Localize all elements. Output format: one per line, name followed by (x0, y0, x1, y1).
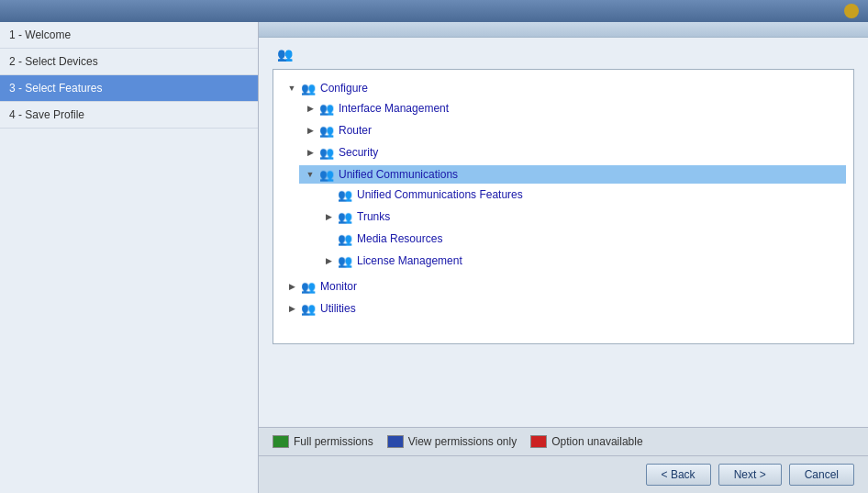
tree-icon-security: 👥 (319, 146, 336, 159)
legend-bar: Full permissionsView permissions onlyOpt… (259, 427, 868, 455)
tree-label-router: Router (339, 124, 372, 137)
tree-toggle-media-resources[interactable] (321, 231, 336, 246)
tree-toggle-router[interactable]: ▶ (303, 123, 317, 138)
tree-icon-router: 👥 (319, 124, 336, 137)
tree-node-configure: ▼👥Configure▶👥Interface Management▶👥Route… (281, 77, 846, 275)
tree-row-uc-features[interactable]: 👥Unified Communications Features (317, 185, 846, 204)
permission-icon: 👥 (277, 47, 293, 62)
tree-icon-configure: 👥 (301, 82, 317, 95)
tree-row-monitor[interactable]: ▶👥Monitor (281, 277, 846, 296)
tree-node-interface-management: ▶👥Interface Management (299, 97, 846, 119)
tree-icon-trunks: 👥 (338, 210, 354, 223)
tree-toggle-monitor[interactable]: ▶ (284, 279, 299, 294)
tree-row-security[interactable]: ▶👥Security (299, 143, 846, 162)
legend-label-blue: View permissions only (408, 435, 517, 448)
tree-row-trunks[interactable]: ▶👥Trunks (317, 207, 846, 226)
sidebar: 1 - Welcome2 - Select Devices3 - Select … (0, 22, 259, 493)
back-button[interactable]: < Back (646, 464, 711, 486)
tree-node-utilities: ▶👥Utilities (281, 297, 846, 319)
tree-icon-media-resources: 👥 (338, 232, 354, 245)
title-bar (0, 0, 868, 22)
content-body: 👥 ▼👥Configure▶👥Interface Management▶👥Rou… (259, 38, 868, 427)
tree-label-security: Security (339, 146, 378, 159)
tree-container[interactable]: ▼👥Configure▶👥Interface Management▶👥Route… (273, 69, 854, 344)
button-bar: < Back Next > Cancel (259, 455, 868, 493)
tree-toggle-configure[interactable]: ▼ (284, 81, 299, 95)
tree-label-uc-features: Unified Communications Features (357, 188, 523, 201)
tree-row-media-resources[interactable]: 👥Media Resources (317, 230, 846, 248)
tree-label-utilities: Utilities (320, 302, 356, 315)
content-area: 👥 ▼👥Configure▶👥Interface Management▶👥Rou… (259, 22, 868, 493)
legend-label-red: Option unavailable (551, 435, 642, 448)
tree-children-unified-communications: 👥Unified Communications Features▶👥Trunks… (299, 184, 846, 272)
content-header (259, 22, 868, 38)
tree-toggle-license-management[interactable]: ▶ (321, 253, 336, 268)
tree-label-license-management: License Management (357, 254, 462, 267)
tree-children-configure: ▶👥Interface Management▶👥Router▶👥Security… (281, 97, 846, 274)
help-icon[interactable] (844, 4, 859, 18)
tree-node-uc-features: 👥Unified Communications Features (317, 184, 846, 206)
tree-icon-uc-features: 👥 (338, 188, 354, 201)
legend-box-green (273, 435, 289, 448)
legend-label-green: Full permissions (294, 435, 373, 448)
tree-label-trunks: Trunks (357, 210, 390, 223)
tree-node-trunks: ▶👥Trunks (317, 206, 846, 228)
legend-item-green: Full permissions (273, 435, 373, 448)
tree-toggle-security[interactable]: ▶ (303, 145, 317, 160)
tree-row-utilities[interactable]: ▶👥Utilities (281, 299, 846, 318)
tree-node-monitor: ▶👥Monitor (281, 275, 846, 297)
tree-label-media-resources: Media Resources (357, 232, 442, 245)
tree-toggle-uc-features[interactable] (321, 187, 336, 202)
tree-row-interface-management[interactable]: ▶👥Interface Management (299, 99, 846, 118)
tree-icon-monitor: 👥 (301, 280, 317, 293)
tree-row-configure[interactable]: ▼👥Configure (281, 79, 846, 97)
sidebar-item-save-profile[interactable]: 4 - Save Profile (0, 102, 258, 129)
tree-label-monitor: Monitor (320, 280, 357, 293)
tree-icon-interface-management: 👥 (319, 102, 336, 115)
tree-toggle-utilities[interactable]: ▶ (284, 301, 299, 316)
tree-toggle-unified-communications[interactable]: ▼ (303, 167, 317, 182)
sidebar-item-select-features[interactable]: 3 - Select Features (0, 75, 258, 102)
tree-node-license-management: ▶👥License Management (317, 250, 846, 272)
legend-item-red: Option unavailable (530, 435, 642, 448)
tree-row-license-management[interactable]: ▶👥License Management (317, 252, 846, 270)
tree-icon-unified-communications: 👥 (319, 168, 336, 181)
legend-box-blue (387, 435, 404, 448)
next-button[interactable]: Next > (718, 464, 782, 486)
tree-icon-utilities: 👥 (301, 302, 317, 315)
tree-toggle-interface-management[interactable]: ▶ (303, 101, 317, 116)
legend-item-blue: View permissions only (387, 435, 517, 448)
main-container: 1 - Welcome2 - Select Devices3 - Select … (0, 22, 868, 493)
tree-label-interface-management: Interface Management (339, 102, 449, 115)
legend-box-red (530, 435, 547, 448)
tree-icon-license-management: 👥 (338, 254, 354, 267)
cancel-button[interactable]: Cancel (789, 464, 854, 486)
tree-toggle-trunks[interactable]: ▶ (321, 209, 336, 224)
sidebar-item-welcome[interactable]: 1 - Welcome (0, 22, 258, 49)
tree-node-unified-communications: ▼👥Unified Communications👥Unified Communi… (299, 163, 846, 274)
tree-node-media-resources: 👥Media Resources (317, 228, 846, 250)
tree-label-configure: Configure (320, 82, 368, 95)
sidebar-item-select-devices[interactable]: 2 - Select Devices (0, 49, 258, 75)
instruction-text: 👥 (273, 47, 854, 62)
tree-row-router[interactable]: ▶👥Router (299, 121, 846, 140)
tree-node-security: ▶👥Security (299, 141, 846, 163)
tree-label-unified-communications: Unified Communications (339, 168, 458, 181)
tree-row-unified-communications[interactable]: ▼👥Unified Communications (299, 165, 846, 184)
tree-node-router: ▶👥Router (299, 119, 846, 141)
